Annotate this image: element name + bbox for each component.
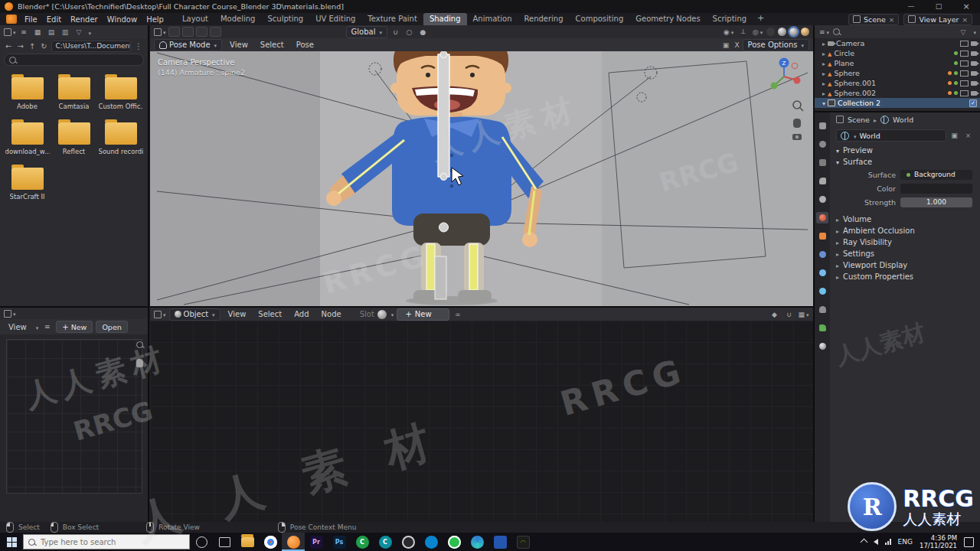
outliner-filter-icon[interactable] <box>957 27 969 37</box>
path-field[interactable]: C:\Users\T...Documents\ <box>51 41 131 52</box>
forward-icon[interactable]: → <box>15 42 24 51</box>
viewport-canvas[interactable]: Z Camera Perspective (144) <box>150 51 813 306</box>
view-menu[interactable]: View <box>4 321 31 334</box>
select-menu[interactable]: Select <box>253 308 286 321</box>
outliner-row-sphere[interactable]: Sphere <box>815 68 980 78</box>
search-input[interactable] <box>39 537 172 547</box>
shading-solid-icon[interactable] <box>778 28 786 36</box>
close-button[interactable] <box>952 0 980 13</box>
editor-type-icon[interactable] <box>4 28 16 37</box>
outliner-row-plane[interactable]: Plane <box>815 58 980 68</box>
tool-rotate-icon[interactable] <box>210 27 221 37</box>
tab-modeling[interactable]: Modeling <box>214 13 262 25</box>
pose-menu[interactable]: Pose <box>292 38 318 51</box>
folder-item[interactable]: Sound recordi... <box>98 122 143 155</box>
outliner-row-sphere-002[interactable]: Sphere.002 <box>815 88 980 98</box>
task-view-button[interactable] <box>213 533 236 551</box>
tab-render-icon[interactable] <box>816 139 828 150</box>
material-slot-caret-icon[interactable] <box>390 309 394 319</box>
shader-node-canvas[interactable] <box>150 321 813 522</box>
tab-output-icon[interactable] <box>816 157 828 168</box>
camtasia-button[interactable]: C <box>351 533 374 551</box>
tab-view-layer-icon[interactable] <box>816 175 828 187</box>
premiere-button[interactable]: Pr <box>305 533 328 551</box>
menu-window[interactable]: Window <box>103 15 142 24</box>
folder-item[interactable]: Adobe <box>5 77 50 110</box>
cortana-button[interactable] <box>190 533 213 551</box>
xray-toggle-icon[interactable]: ▣ <box>720 40 731 50</box>
tab-shading[interactable]: Shading <box>423 13 467 25</box>
expand-icon[interactable] <box>822 49 825 57</box>
tab-physics-icon[interactable] <box>816 285 828 297</box>
surface-value-dropdown[interactable]: Background <box>900 170 972 180</box>
chrome-button[interactable] <box>259 533 282 551</box>
outliner-filter-caret-icon[interactable] <box>972 27 976 37</box>
folder-item[interactable]: download_w... <box>5 122 50 155</box>
unlink-world-icon[interactable] <box>962 131 974 141</box>
expand-icon[interactable] <box>822 89 825 97</box>
cyberlink-button[interactable]: C <box>374 533 397 551</box>
image-editor-canvas[interactable] <box>6 339 142 494</box>
language-indicator[interactable]: ENG <box>898 538 913 546</box>
display-list-icon[interactable]: ≡ <box>18 28 30 37</box>
render-visibility-icon[interactable] <box>971 81 977 86</box>
display-thumb-icon[interactable]: ▦ <box>32 28 44 37</box>
pivot-point-icon[interactable]: ● <box>417 27 429 37</box>
viewport-visibility-icon[interactable] <box>960 70 969 77</box>
file-search-input[interactable] <box>4 54 144 66</box>
view-menu[interactable]: View <box>225 38 253 51</box>
tool-move-icon[interactable] <box>196 27 207 37</box>
section-volume[interactable]: Volume <box>830 214 980 225</box>
outliner-row-sphere-001[interactable]: Sphere.001 <box>815 78 980 88</box>
world-datablock-selector[interactable]: World <box>836 129 946 142</box>
viewport-visibility-icon[interactable] <box>960 41 969 47</box>
tool-cursor-icon[interactable] <box>182 27 194 37</box>
edge-button[interactable] <box>466 533 488 551</box>
scene-unlink-icon[interactable] <box>889 15 895 24</box>
network-icon[interactable] <box>885 539 891 545</box>
tab-world-icon[interactable] <box>816 212 828 223</box>
taskbar-search[interactable] <box>23 534 190 549</box>
folder-item[interactable]: Reflect <box>51 122 96 155</box>
shading-material-icon[interactable] <box>789 28 798 36</box>
tab-compositing[interactable]: Compositing <box>570 13 630 25</box>
viewport-visibility-icon[interactable] <box>960 60 969 67</box>
material-slot-icon[interactable] <box>377 310 387 319</box>
outliner-row-circle[interactable]: Circle <box>815 48 980 58</box>
expand-icon[interactable] <box>822 79 825 87</box>
obs-button[interactable] <box>397 533 420 551</box>
breadcrumb-world[interactable]: World <box>893 116 913 124</box>
pin-icon[interactable]: ◆ <box>769 309 780 319</box>
editor-type-icon[interactable] <box>154 27 166 37</box>
tab-constraints-icon[interactable] <box>816 304 828 315</box>
tool-select-icon[interactable] <box>168 27 180 37</box>
outliner-row-camera[interactable]: Camera <box>815 38 980 48</box>
menu-help[interactable]: Help <box>142 15 168 24</box>
mode-dropdown[interactable]: Pose Mode <box>154 39 222 51</box>
nvidia-button[interactable]: ◠ <box>511 533 534 551</box>
shading-wireframe-icon[interactable] <box>766 28 775 36</box>
view-layer-unlink-icon[interactable] <box>962 15 968 24</box>
menu-file[interactable]: File <box>20 15 42 24</box>
render-visibility-icon[interactable] <box>971 61 977 66</box>
volume-icon[interactable] <box>874 539 878 545</box>
breadcrumb-scene[interactable]: Scene <box>848 116 870 124</box>
render-visibility-icon[interactable] <box>971 41 977 46</box>
new-material-button[interactable]: New <box>397 308 449 321</box>
tab-tool-icon[interactable] <box>816 120 828 132</box>
viewport-visibility-icon[interactable] <box>960 90 969 96</box>
tab-sculpting[interactable]: Sculpting <box>261 13 309 25</box>
expand-icon[interactable] <box>822 69 825 77</box>
media-player-button[interactable] <box>488 533 511 551</box>
section-viewport-display[interactable]: Viewport Display <box>830 259 980 271</box>
add-workspace-button[interactable]: + <box>753 13 769 25</box>
section-surface[interactable]: Surface <box>830 156 980 168</box>
notification-center-icon[interactable] <box>964 537 974 547</box>
filter-caret-icon[interactable] <box>87 28 92 37</box>
collection-checkbox[interactable] <box>969 99 977 107</box>
tab-layout[interactable]: Layout <box>176 13 214 25</box>
start-button[interactable] <box>0 537 23 547</box>
viewport-visibility-icon[interactable] <box>960 51 969 57</box>
pose-options-dropdown[interactable]: Pose Options <box>743 39 809 51</box>
transform-orientation-dropdown[interactable]: Global <box>346 26 387 38</box>
